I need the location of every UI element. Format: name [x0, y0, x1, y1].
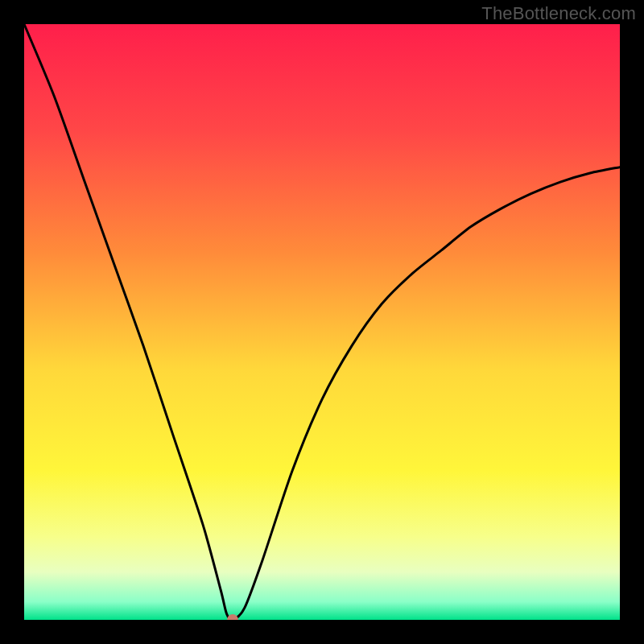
- watermark-label: TheBottleneck.com: [481, 3, 636, 24]
- chart-frame: TheBottleneck.com: [0, 0, 644, 644]
- bottleneck-curve: [24, 24, 620, 620]
- plot-area: [24, 24, 620, 620]
- marker-dot: [227, 614, 238, 620]
- curve-layer: [24, 24, 620, 620]
